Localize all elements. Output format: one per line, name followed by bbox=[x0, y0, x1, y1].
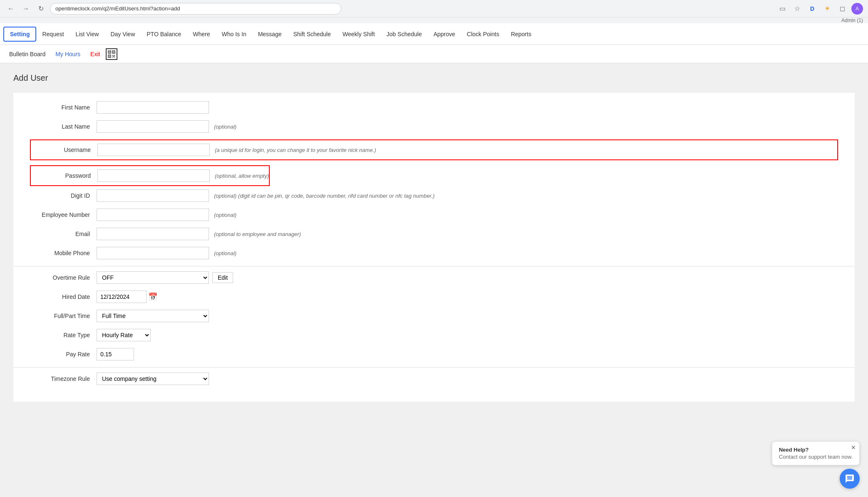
nav-clock-points[interactable]: Clock Points bbox=[461, 27, 505, 41]
employee-number-input[interactable] bbox=[97, 209, 209, 221]
nav-who-is-in[interactable]: Who Is In bbox=[216, 27, 252, 41]
url-text: opentimeclock.com/q2/mEditUsers.html?act… bbox=[55, 5, 180, 12]
first-name-label: First Name bbox=[30, 104, 97, 111]
svg-rect-10 bbox=[113, 56, 114, 57]
close-help-icon[interactable]: ✕ bbox=[851, 444, 856, 451]
digit-id-row: Digit ID (optional) (digit id can be pin… bbox=[13, 189, 855, 202]
nav-list-view[interactable]: List View bbox=[70, 27, 105, 41]
svg-rect-9 bbox=[114, 57, 115, 57]
pay-rate-input[interactable] bbox=[97, 348, 134, 360]
email-hint: (optional to employee and manager) bbox=[214, 231, 301, 237]
nav-pto-balance[interactable]: PTO Balance bbox=[141, 27, 187, 41]
first-name-input[interactable] bbox=[97, 101, 209, 114]
help-subtitle: Contact our support team now. bbox=[779, 454, 853, 460]
forward-button[interactable]: → bbox=[20, 3, 32, 15]
fullpart-label: Full/Part Time bbox=[30, 313, 97, 319]
timezone-rule-select[interactable]: Use company setting bbox=[97, 373, 209, 385]
username-hint: (a unique id for login, you can change i… bbox=[215, 147, 376, 153]
overtime-rule-label: Overtime Rule bbox=[30, 274, 97, 281]
hired-date-input[interactable] bbox=[97, 291, 147, 303]
nav-approve[interactable]: Approve bbox=[428, 27, 461, 41]
mobile-phone-hint: (optional) bbox=[214, 250, 236, 256]
rate-type-label: Rate Type bbox=[30, 332, 97, 338]
page-title: Add User bbox=[13, 73, 855, 83]
browser-bar: ← → ↻ opentimeclock.com/q2/mEditUsers.ht… bbox=[0, 0, 868, 17]
svg-rect-8 bbox=[112, 57, 113, 57]
pay-rate-row: Pay Rate bbox=[13, 348, 855, 360]
username-label: Username bbox=[31, 147, 97, 153]
password-label: Password bbox=[31, 172, 97, 179]
rate-type-row: Rate Type Hourly Rate Salary bbox=[13, 329, 855, 341]
calendar-icon[interactable]: 📅 bbox=[148, 292, 157, 301]
nav-setting[interactable]: Setting bbox=[3, 27, 36, 42]
password-input[interactable] bbox=[97, 169, 210, 182]
first-name-row: First Name bbox=[13, 101, 855, 114]
last-name-row: Last Name (optional) bbox=[13, 120, 855, 133]
admin-label: Admin (1) bbox=[0, 17, 868, 23]
reload-button[interactable]: ↻ bbox=[35, 3, 47, 15]
cast-icon[interactable]: ▭ bbox=[776, 3, 788, 15]
password-hint: (optional, allow empty) bbox=[215, 173, 269, 179]
email-row: Email (optional to employee and manager) bbox=[13, 228, 855, 240]
fullpart-select[interactable]: Full Time Part Time bbox=[97, 310, 209, 322]
password-section: Password (optional, allow empty) bbox=[30, 165, 270, 186]
exit-link[interactable]: Exit bbox=[86, 48, 104, 60]
timezone-rule-label: Timezone Rule bbox=[30, 375, 97, 382]
browser-icons: ▭ ☆ D ☀ ◻ A bbox=[776, 3, 863, 15]
overtime-rule-row: Overtime Rule OFF ON Edit bbox=[13, 271, 855, 284]
digit-id-hint: (optional) (digit id can be pin, qr code… bbox=[214, 193, 435, 199]
help-title: Need Help? bbox=[779, 447, 853, 453]
username-input[interactable] bbox=[97, 144, 210, 156]
sub-nav: Bulletin Board My Hours Exit bbox=[0, 45, 868, 63]
last-name-input[interactable] bbox=[97, 120, 209, 133]
address-bar[interactable]: opentimeclock.com/q2/mEditUsers.html?act… bbox=[50, 3, 341, 15]
employee-number-label: Employee Number bbox=[30, 211, 97, 218]
chat-bubble[interactable] bbox=[840, 469, 860, 489]
star-icon[interactable]: ☆ bbox=[791, 3, 803, 15]
my-hours-link[interactable]: My Hours bbox=[51, 48, 85, 60]
rate-type-select[interactable]: Hourly Rate Salary bbox=[97, 329, 151, 341]
hired-date-label: Hired Date bbox=[30, 293, 97, 300]
last-name-hint: (optional) bbox=[214, 124, 236, 130]
nav-day-view[interactable]: Day View bbox=[104, 27, 141, 41]
last-name-label: Last Name bbox=[30, 123, 97, 130]
svg-rect-7 bbox=[114, 55, 115, 56]
extension-sun-icon[interactable]: ☀ bbox=[821, 3, 833, 15]
email-input[interactable] bbox=[97, 228, 209, 240]
help-widget: ✕ Need Help? Contact our support team no… bbox=[772, 441, 860, 489]
svg-rect-5 bbox=[109, 56, 110, 57]
mobile-phone-row: Mobile Phone (optional) bbox=[13, 247, 855, 259]
nav-message[interactable]: Message bbox=[252, 27, 288, 41]
svg-rect-3 bbox=[113, 52, 114, 52]
svg-rect-6 bbox=[112, 55, 113, 56]
mobile-phone-label: Mobile Phone bbox=[30, 250, 97, 256]
nav-where[interactable]: Where bbox=[187, 27, 216, 41]
mobile-phone-input[interactable] bbox=[97, 247, 209, 259]
extension-d-icon[interactable]: D bbox=[806, 3, 818, 15]
back-button[interactable]: ← bbox=[5, 3, 17, 15]
email-label: Email bbox=[30, 231, 97, 237]
extensions-icon[interactable]: ◻ bbox=[836, 3, 848, 15]
digit-id-input[interactable] bbox=[97, 189, 209, 202]
nav-reports[interactable]: Reports bbox=[505, 27, 537, 41]
qr-icon[interactable] bbox=[106, 48, 117, 60]
pay-rate-label: Pay Rate bbox=[30, 351, 97, 358]
bulletin-board-link[interactable]: Bulletin Board bbox=[5, 48, 50, 60]
overtime-rule-select[interactable]: OFF ON bbox=[97, 271, 209, 284]
fullpart-row: Full/Part Time Full Time Part Time bbox=[13, 310, 855, 322]
page-content: Add User First Name Last Name (optional)… bbox=[0, 63, 868, 497]
edit-button[interactable]: Edit bbox=[212, 272, 233, 283]
svg-rect-1 bbox=[109, 52, 110, 52]
nav-job-schedule[interactable]: Job Schedule bbox=[381, 27, 428, 41]
account-avatar[interactable]: A bbox=[851, 3, 863, 15]
nav-request[interactable]: Request bbox=[36, 27, 70, 41]
timezone-rule-row: Timezone Rule Use company setting bbox=[13, 373, 855, 385]
digit-id-label: Digit ID bbox=[30, 192, 97, 199]
employee-number-hint: (optional) bbox=[214, 212, 236, 218]
employee-number-row: Employee Number (optional) bbox=[13, 209, 855, 221]
nav-weekly-shift[interactable]: Weekly Shift bbox=[337, 27, 381, 41]
top-nav: Setting Request List View Day View PTO B… bbox=[0, 23, 868, 45]
hired-date-row: Hired Date 📅 bbox=[13, 291, 855, 303]
help-popup: ✕ Need Help? Contact our support team no… bbox=[772, 441, 860, 465]
nav-shift-schedule[interactable]: Shift Schedule bbox=[287, 27, 336, 41]
